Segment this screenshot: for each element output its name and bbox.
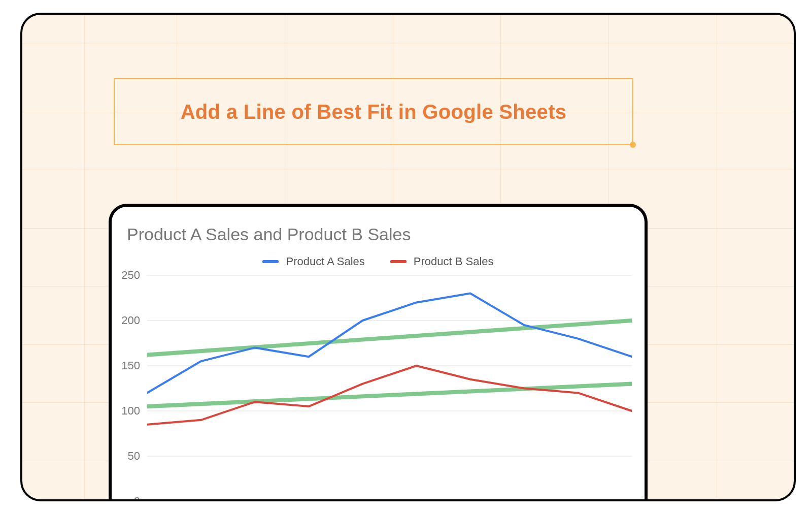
legend-item-b: Product B Sales <box>390 255 494 268</box>
svg-line-6 <box>147 321 632 355</box>
y-tick-label: 200 <box>121 314 140 327</box>
chart-title: Product A Sales and Product B Sales <box>127 225 411 244</box>
page-title: Add a Line of Best Fit in Google Sheets <box>181 101 567 123</box>
legend-label-b: Product B Sales <box>414 255 494 268</box>
chart-legend: Product A Sales Product B Sales <box>112 255 645 268</box>
legend-swatch-b <box>390 260 407 263</box>
chart-svg <box>147 275 632 501</box>
legend-label-a: Product A Sales <box>286 255 364 268</box>
chart-plot-area: 050100150200250 <box>147 275 632 501</box>
legend-item-a: Product A Sales <box>262 255 364 268</box>
y-tick-label: 100 <box>121 404 140 418</box>
y-tick-label: 150 <box>121 359 140 372</box>
y-tick-label: 50 <box>128 450 140 463</box>
legend-swatch-a <box>262 260 279 263</box>
selection-handle-icon[interactable] <box>630 142 636 148</box>
svg-line-7 <box>147 384 632 407</box>
y-tick-label: 250 <box>121 269 140 282</box>
spreadsheet-card: Add a Line of Best Fit in Google Sheets … <box>20 13 796 501</box>
y-tick-label: 0 <box>134 495 140 501</box>
title-cell[interactable]: Add a Line of Best Fit in Google Sheets <box>114 78 633 145</box>
chart-panel[interactable]: Product A Sales and Product B Sales Prod… <box>109 204 648 501</box>
